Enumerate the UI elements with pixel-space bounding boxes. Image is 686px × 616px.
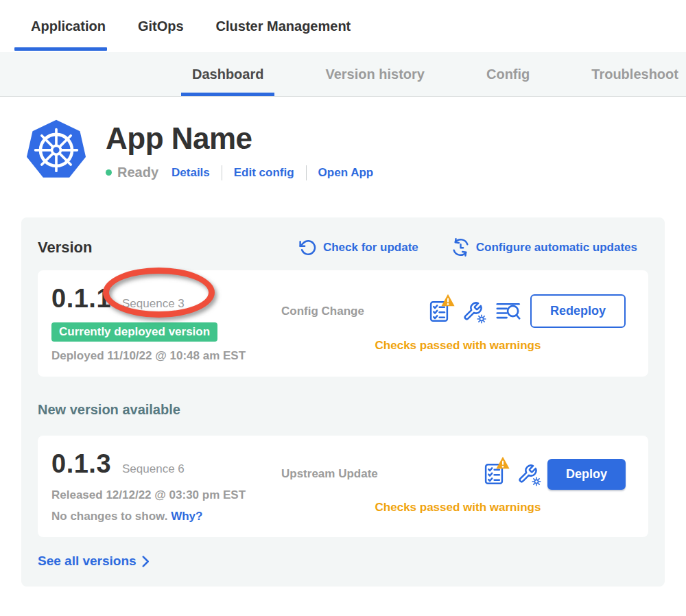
edit-config-link[interactable]: Edit config bbox=[234, 166, 294, 180]
current-version-actions: Config Change bbox=[281, 284, 635, 363]
released-timestamp: Released 12/12/22 @ 03:30 pm EST bbox=[51, 488, 281, 502]
config-wrench-icon[interactable] bbox=[462, 301, 483, 322]
tab-version-history[interactable]: Version history bbox=[325, 52, 425, 96]
current-preflight-status: Checks passed with warnings bbox=[281, 339, 635, 353]
top-nav: Application GitOps Cluster Management bbox=[0, 0, 686, 52]
warning-triangle-icon bbox=[496, 456, 510, 469]
config-wrench-icon[interactable] bbox=[517, 464, 538, 484]
sub-nav: Dashboard Version history Config Trouble… bbox=[0, 52, 686, 97]
preflight-checklist-icon[interactable] bbox=[429, 300, 449, 323]
new-version-source: Upstream Update bbox=[281, 467, 378, 481]
new-version-heading: New version available bbox=[38, 402, 648, 418]
current-version-sequence: Sequence 3 bbox=[122, 297, 185, 311]
divider bbox=[306, 165, 307, 180]
configure-automatic-updates-link[interactable]: Configure automatic updates bbox=[451, 238, 637, 257]
gear-icon bbox=[477, 314, 486, 324]
tab-troubleshoot[interactable]: Troubleshoot bbox=[591, 52, 678, 96]
new-version-card: 0.1.3 Sequence 6 Released 12/12/22 @ 03:… bbox=[38, 436, 648, 537]
current-version-number: 0.1.1 bbox=[51, 284, 111, 313]
new-version-actions: Upstream Update bbox=[281, 449, 635, 523]
current-version-source: Config Change bbox=[281, 305, 364, 318]
version-row: 0.1.1 Sequence 3 bbox=[51, 284, 281, 313]
current-version-info: 0.1.1 Sequence 3 Currently deployed vers… bbox=[51, 284, 281, 363]
redeploy-button[interactable]: Redeploy bbox=[530, 294, 626, 328]
kubernetes-logo-icon bbox=[25, 117, 88, 180]
currently-deployed-badge: Currently deployed version bbox=[51, 322, 217, 342]
details-link[interactable]: Details bbox=[172, 166, 210, 180]
tab-config[interactable]: Config bbox=[486, 52, 530, 96]
check-for-update-label: Check for update bbox=[323, 241, 418, 254]
no-changes-text: No changes to show. bbox=[51, 510, 167, 523]
check-for-update-link[interactable]: Check for update bbox=[299, 239, 418, 257]
current-version-card: 0.1.1 Sequence 3 Currently deployed vers… bbox=[38, 270, 648, 377]
page: Application GitOps Cluster Management Da… bbox=[0, 0, 686, 616]
tab-dashboard[interactable]: Dashboard bbox=[192, 52, 263, 96]
warning-triangle-icon bbox=[441, 294, 455, 307]
new-version-icon-group bbox=[484, 462, 538, 486]
version-actions: Check for update Configure automatic upd… bbox=[299, 238, 637, 257]
chevron-right-icon bbox=[142, 556, 150, 567]
app-header: App Name Ready Details Edit config Open … bbox=[0, 97, 686, 180]
deployed-timestamp: Deployed 11/10/22 @ 10:48 am EST bbox=[51, 349, 281, 363]
divider bbox=[222, 165, 222, 180]
ready-status-dot bbox=[106, 169, 112, 176]
top-tab-gitops[interactable]: GitOps bbox=[138, 0, 184, 52]
top-tab-cluster-management[interactable]: Cluster Management bbox=[216, 0, 351, 52]
auto-update-clock-icon bbox=[451, 238, 470, 257]
preflight-checklist-icon[interactable] bbox=[484, 462, 504, 486]
no-changes-line: No changes to show. Why? bbox=[51, 510, 281, 523]
refresh-icon bbox=[299, 239, 317, 257]
open-app-link[interactable]: Open App bbox=[318, 166, 374, 180]
why-link[interactable]: Why? bbox=[171, 510, 202, 523]
new-version-sequence: Sequence 6 bbox=[122, 462, 185, 476]
gear-icon bbox=[532, 477, 541, 486]
current-version-icon-group bbox=[429, 300, 521, 323]
app-status-label: Ready bbox=[117, 165, 158, 180]
version-heading: Version bbox=[38, 239, 92, 257]
configure-automatic-updates-label: Configure automatic updates bbox=[476, 241, 637, 254]
version-row: 0.1.3 Sequence 6 bbox=[51, 449, 281, 479]
new-preflight-status: Checks passed with warnings bbox=[281, 501, 635, 514]
version-panel: Version Check for update bbox=[21, 217, 665, 587]
see-all-versions-label: See all versions bbox=[38, 554, 137, 569]
new-version-info: 0.1.3 Sequence 6 Released 12/12/22 @ 03:… bbox=[51, 449, 281, 523]
app-title: App Name bbox=[106, 121, 373, 156]
view-files-diff-icon[interactable] bbox=[496, 301, 521, 321]
app-header-text: App Name Ready Details Edit config Open … bbox=[106, 117, 373, 180]
app-status-row: Ready Details Edit config Open App bbox=[106, 165, 373, 180]
see-all-versions-link[interactable]: See all versions bbox=[38, 554, 150, 569]
top-tab-application[interactable]: Application bbox=[31, 0, 106, 52]
new-version-number: 0.1.3 bbox=[51, 449, 111, 479]
deploy-button[interactable]: Deploy bbox=[547, 459, 626, 490]
version-panel-header: Version Check for update bbox=[38, 238, 648, 257]
